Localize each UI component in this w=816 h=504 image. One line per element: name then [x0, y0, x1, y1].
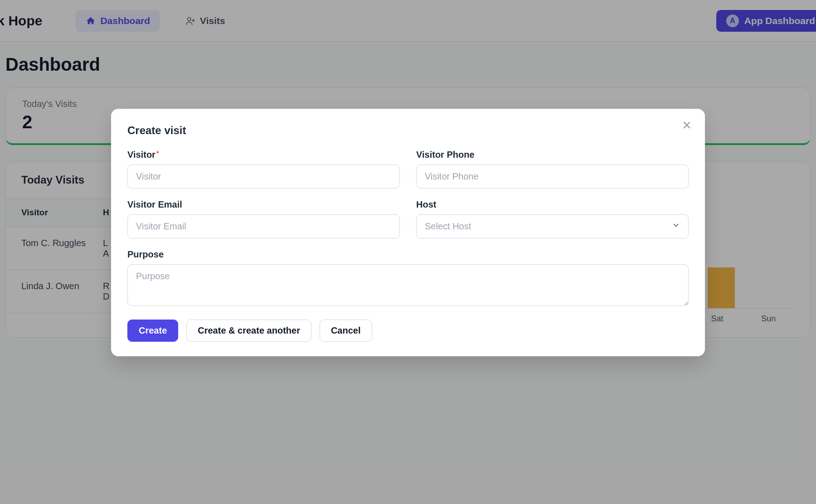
modal-overlay[interactable]: Create visit Visitor* Visitor Phone Visi…	[0, 0, 816, 504]
input-visitor-email[interactable]	[127, 214, 400, 238]
form-grid: Visitor* Visitor Phone Visitor Email Hos…	[127, 150, 689, 308]
label-visitor-email: Visitor Email	[127, 199, 400, 210]
input-visitor-phone[interactable]	[416, 165, 689, 189]
cancel-button[interactable]: Cancel	[320, 320, 372, 342]
create-and-another-button[interactable]: Create & create another	[186, 320, 311, 342]
field-visitor: Visitor*	[127, 150, 400, 189]
create-visit-modal: Create visit Visitor* Visitor Phone Visi…	[111, 109, 705, 356]
modal-title: Create visit	[127, 124, 689, 137]
label-visitor-phone: Visitor Phone	[416, 150, 689, 160]
field-purpose: Purpose	[127, 249, 689, 308]
modal-actions: Create Create & create another Cancel	[127, 320, 689, 342]
field-host: Host Select Host	[416, 199, 689, 238]
chevron-down-icon	[672, 221, 680, 232]
field-visitor-phone: Visitor Phone	[416, 150, 689, 189]
input-visitor[interactable]	[127, 165, 400, 189]
select-host[interactable]: Select Host	[416, 214, 689, 238]
textarea-purpose[interactable]	[127, 264, 689, 306]
close-icon[interactable]	[681, 120, 692, 131]
create-button[interactable]: Create	[127, 320, 178, 342]
label-purpose: Purpose	[127, 249, 689, 260]
select-host-placeholder: Select Host	[425, 221, 471, 232]
label-host: Host	[416, 199, 689, 210]
field-visitor-email: Visitor Email	[127, 199, 400, 238]
label-visitor: Visitor*	[127, 150, 400, 160]
